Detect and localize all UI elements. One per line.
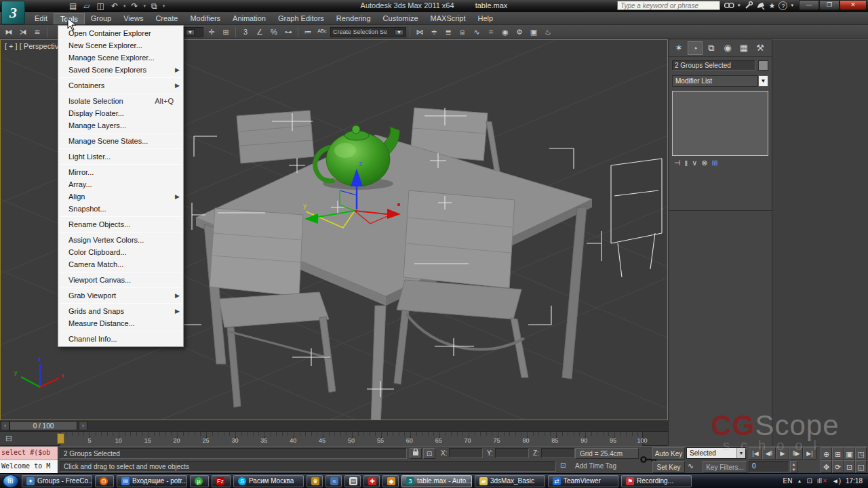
menu-item-graph-editors[interactable]: Graph Editors	[272, 13, 330, 24]
taskbar-button[interactable]: Fz	[212, 475, 231, 487]
z-coord-field[interactable]	[541, 448, 575, 458]
tab-create[interactable]: ✶	[671, 41, 686, 55]
snaps-toggle-icon[interactable]: 3	[239, 26, 252, 38]
percent-snap-icon[interactable]: %	[268, 26, 280, 38]
track-bar-filter-icon[interactable]: ⊟	[5, 434, 12, 443]
selection-lock-icon[interactable]	[410, 448, 422, 459]
render-setup-icon[interactable]: ⚙	[513, 26, 526, 38]
tools-menu-item-rename-objects[interactable]: Rename Objects...	[58, 218, 183, 230]
dropdown-caret-icon[interactable]: ▾	[123, 3, 126, 9]
go-to-start-button[interactable]: |◀	[749, 447, 762, 460]
tools-menu-item-display-floater[interactable]: Display Floater...	[58, 107, 183, 119]
field-of-view-icon[interactable]: ◱	[855, 460, 867, 473]
remove-modifier-icon[interactable]: ⊗	[701, 159, 707, 167]
absolute-mode-icon[interactable]: ⊡	[423, 448, 435, 459]
taskbar-button[interactable]: ≈	[326, 475, 342, 487]
tray-expand-icon[interactable]: ▲	[797, 479, 802, 483]
time-slider-prev-button[interactable]: ‹	[1, 421, 9, 430]
new-file-icon[interactable]: ▤	[68, 1, 78, 12]
edit-named-selections-icon[interactable]: ᴬᴮᶜ	[316, 26, 328, 38]
tools-menu-item-grab-viewport[interactable]: Grab Viewport▶	[58, 289, 183, 302]
tools-menu-item-manage-scene-explorer[interactable]: Manage Scene Explorer...	[58, 52, 183, 64]
zoom-icon[interactable]: ⊕	[821, 447, 832, 460]
go-to-end-button[interactable]: ▶|	[803, 447, 816, 460]
project-folder-icon[interactable]: ⧉	[150, 1, 159, 12]
menu-item-group[interactable]: Group	[85, 13, 118, 24]
taskbar-button-входящие-potr[interactable]: ✉Входящие - potr...	[117, 475, 187, 487]
dropdown-caret-icon[interactable]: ▾	[163, 3, 165, 9]
time-slider-thumb[interactable]: 0 / 100	[9, 421, 77, 430]
chair-front-right[interactable]	[394, 190, 528, 384]
menu-item-animation[interactable]: Animation	[226, 13, 272, 24]
time-tag-icon[interactable]: ⊡	[560, 462, 566, 469]
align-icon[interactable]: ≑	[428, 26, 440, 38]
tools-menu-item-new-scene-explorer[interactable]: New Scene Explorer...	[58, 39, 183, 52]
chevron-down-icon[interactable]: ▼	[736, 448, 745, 458]
zoom-all-icon[interactable]: ⊞	[832, 447, 844, 460]
maximize-button[interactable]: ❐	[819, 0, 840, 10]
tools-menu-item-array[interactable]: Array...	[58, 178, 183, 190]
unlink-selection-icon[interactable]: ⧕	[17, 26, 29, 38]
tools-menu-item-viewport-canvas[interactable]: Viewport Canvas...	[58, 274, 183, 286]
tools-menu-item-snapshot[interactable]: Snapshot...	[58, 203, 183, 215]
search-icon[interactable]	[724, 1, 734, 9]
tools-menu-item-manage-scene-states[interactable]: Manage Scene States...	[58, 135, 183, 147]
object-color-swatch[interactable]	[758, 60, 768, 70]
tab-modify[interactable]: ◔	[688, 41, 703, 55]
tools-menu-item-manage-layers[interactable]: Manage Layers...	[58, 119, 183, 131]
tools-menu-item-grids-and-snaps[interactable]: Grids and Snaps▶	[58, 305, 183, 317]
help-icon[interactable]: ?	[778, 1, 787, 10]
select-and-link-icon[interactable]: ⧓	[3, 26, 15, 38]
schematic-view-icon[interactable]: ⌗	[485, 26, 497, 38]
pan-icon[interactable]: ✥	[821, 460, 832, 473]
pin-stack-icon[interactable]: ⊣	[674, 159, 681, 167]
taskbar-button[interactable]: ♛	[307, 475, 323, 487]
chair-back-left[interactable]	[237, 110, 314, 163]
zoom-region-icon[interactable]: ◳	[855, 447, 867, 460]
current-frame-field[interactable]: 0	[749, 461, 789, 472]
add-time-tag-button[interactable]: Add Time Tag	[575, 462, 616, 470]
previous-frame-button[interactable]: ◀‖	[762, 447, 776, 460]
select-and-move-icon[interactable]: ✛	[205, 26, 218, 38]
x-coord-field[interactable]	[449, 448, 483, 458]
modifier-list-arrow-icon[interactable]: ▼	[758, 75, 768, 87]
menu-item-create[interactable]: Create	[149, 13, 184, 24]
taskbar-button-recording[interactable]: ⚑Recording...	[621, 475, 692, 487]
open-file-icon[interactable]: ▱	[82, 1, 91, 12]
app-logo-icon[interactable]: 3	[1, 1, 25, 24]
time-slider-next-button[interactable]: ›	[79, 421, 87, 430]
redo-icon[interactable]: ↷	[130, 1, 140, 12]
taskbar-button[interactable]: ▤	[344, 475, 361, 487]
save-file-icon[interactable]: ◫	[96, 1, 106, 12]
zoom-extents-icon[interactable]: ▣	[844, 447, 855, 460]
modifier-stack[interactable]	[672, 91, 768, 156]
maxscript-listener-line[interactable]: Welcome to M	[0, 460, 58, 474]
menu-item-rendering[interactable]: Rendering	[330, 13, 377, 24]
selection-set-dropdown[interactable]: Selected ▼	[686, 447, 746, 459]
orbit-icon[interactable]: ⟳	[832, 460, 844, 473]
tools-menu-item-mirror[interactable]: Mirror...	[58, 166, 183, 178]
select-and-manipulate-icon[interactable]: ⊞	[220, 26, 232, 38]
curve-editor-icon[interactable]: ∿	[471, 26, 483, 38]
taskbar-button-3dsmax-basic[interactable]: ▰3dsMax_Basic	[475, 475, 545, 487]
language-indicator[interactable]: EN	[783, 477, 793, 485]
start-button[interactable]: ⊞	[3, 474, 19, 488]
close-button[interactable]: ✕	[840, 0, 867, 10]
modifier-list-dropdown[interactable]: Modifier List	[672, 75, 758, 87]
angle-snap-icon[interactable]: ∠	[254, 26, 266, 38]
current-frame-marker[interactable]	[57, 433, 64, 444]
taskbar-button[interactable]: ◆	[382, 475, 399, 487]
undo-icon[interactable]: ↶	[110, 1, 119, 12]
wrench-icon[interactable]	[744, 1, 753, 10]
maxscript-mini-listener[interactable]: select #($ob Welcome to M	[0, 447, 58, 474]
layer-manager-icon[interactable]: ≣	[442, 26, 454, 38]
named-selection-sets-icon[interactable]: ≔	[302, 26, 314, 38]
graphite-ribbon-icon[interactable]: ⧈	[456, 26, 469, 38]
dropdown-caret-icon[interactable]: ▾	[144, 3, 146, 9]
selection-filter-dropdown[interactable]: ▼	[180, 27, 203, 37]
tools-menu-item-saved-scene-explorers[interactable]: Saved Scene Explorers▶	[58, 64, 183, 76]
display-tray-icon[interactable]: ⊡	[806, 477, 812, 485]
tools-menu-item-containers[interactable]: Containers▶	[58, 79, 183, 92]
tab-display[interactable]: ▦	[736, 41, 751, 55]
clock[interactable]: 17:18	[846, 477, 863, 485]
